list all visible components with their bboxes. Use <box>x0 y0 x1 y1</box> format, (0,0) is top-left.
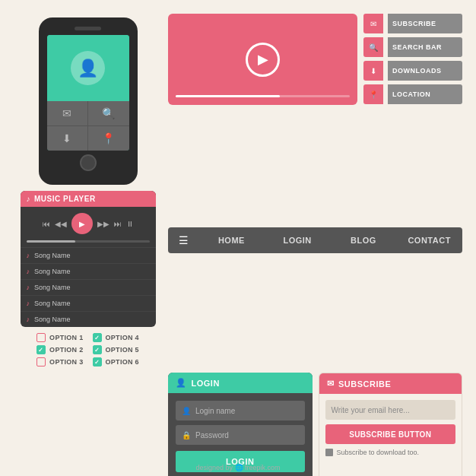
pause-button[interactable]: ⏸ <box>126 220 134 228</box>
option-5-label: OPTION 5 <box>106 346 139 354</box>
list-item[interactable]: ♪ Song Name <box>21 311 156 327</box>
phone-icon-location[interactable]: 📍 <box>88 126 129 151</box>
mail-icon: ✉ <box>327 379 335 389</box>
song-list: ♪ Song Name ♪ Song Name ♪ Song Name ♪ So… <box>21 247 156 327</box>
downloads-button[interactable]: ⬇ DOWNLOADS <box>363 61 462 81</box>
option-5[interactable]: ✓ OPTION 5 <box>93 345 139 354</box>
subscribe-button[interactable]: SUBSCRIBE BUTTON <box>325 424 456 444</box>
video-play-button[interactable]: ▶ <box>246 43 280 77</box>
subscribe-header-label: SUBSCRIBE <box>338 379 391 389</box>
bottom-panels: 👤 LOGIN 👤 Login name 🔒 Password LOGIN Re… <box>168 373 462 476</box>
search-icon: 🔍 <box>363 37 383 57</box>
subscribe-button[interactable]: ✉ SUBSCRIBE <box>363 14 462 33</box>
password-placeholder: Password <box>195 431 229 440</box>
option-1[interactable]: OPTION 1 <box>36 333 83 342</box>
nav-login[interactable]: LOGIN <box>265 236 331 245</box>
phone-icon-mail[interactable]: ✉ <box>47 101 88 125</box>
checkbox-option-3[interactable] <box>36 357 46 367</box>
rewind-button[interactable]: ◀◀ <box>55 220 67 228</box>
user-icon: 👤 <box>176 378 187 388</box>
nav-contact[interactable]: CONTACT <box>396 236 462 245</box>
song-icon: ♪ <box>27 316 30 323</box>
music-progress-fill <box>27 240 76 243</box>
phone-screen: 👤 ✉ 🔍 ⬇ 📍 <box>47 35 129 151</box>
list-item[interactable]: ♪ Song Name <box>21 279 156 295</box>
options-grid: OPTION 1 ✓ OPTION 4 ✓ OPTION 2 ✓ OPTION … <box>36 333 139 367</box>
login-panel-header: 👤 LOGIN <box>168 373 313 393</box>
list-item[interactable]: ♪ Song Name <box>21 295 156 311</box>
login-password-field[interactable]: 🔒 Password <box>176 425 305 445</box>
option-4-label: OPTION 4 <box>106 334 139 341</box>
username-placeholder: Login name <box>195 407 235 415</box>
phone-mockup: 👤 ✉ 🔍 ⬇ 📍 <box>39 17 138 185</box>
song-icon: ♪ <box>27 252 30 259</box>
video-progress-bar[interactable] <box>176 95 350 97</box>
hamburger-menu-icon[interactable]: ☰ <box>168 234 198 246</box>
option-2[interactable]: ✓ OPTION 2 <box>36 345 83 354</box>
login-username-field[interactable]: 👤 Login name <box>176 401 305 420</box>
email-placeholder: Write your email here... <box>332 406 410 414</box>
right-top-section: ▶ ✉ SUBSCRIBE 🔍 SEARCH BAR ⬇ DOWNLOADS 📍… <box>168 14 462 218</box>
option-2-label: OPTION 2 <box>49 346 83 354</box>
music-progress-bar[interactable] <box>27 240 150 243</box>
checkbox-option-2[interactable]: ✓ <box>36 345 46 354</box>
fast-forward-button[interactable]: ▶▶ <box>97 220 109 228</box>
checkbox-option-1[interactable] <box>36 333 46 342</box>
play-button[interactable]: ▶ <box>71 213 93 234</box>
phone-section: 👤 ✉ 🔍 ⬇ 📍 ♪ MUSIC PLAYER ⏮ ◀◀ ▶ <box>14 14 162 367</box>
music-player: ♪ MUSIC PLAYER ⏮ ◀◀ ▶ ▶▶ ⏭ ⏸ ♪ Song Name <box>21 191 156 327</box>
subscribe-label: SUBSCRIBE <box>388 14 462 33</box>
search-bar-label: SEARCH BAR <box>388 37 462 57</box>
song-name: Song Name <box>34 268 71 275</box>
sidebar-buttons: ✉ SUBSCRIBE 🔍 SEARCH BAR ⬇ DOWNLOADS 📍 L… <box>363 14 462 218</box>
checkbox-option-4[interactable]: ✓ <box>93 333 102 342</box>
phone-icon-search[interactable]: 🔍 <box>88 101 129 125</box>
search-bar-button[interactable]: 🔍 SEARCH BAR <box>363 37 462 57</box>
phone-icon-download[interactable]: ⬇ <box>47 126 88 151</box>
phone-icons-grid: ✉ 🔍 ⬇ 📍 <box>47 101 129 151</box>
list-item[interactable]: ♪ Song Name <box>21 263 156 279</box>
option-6[interactable]: ✓ OPTION 6 <box>93 357 139 367</box>
email-input-field[interactable]: Write your email here... <box>325 400 456 420</box>
song-icon: ♪ <box>27 284 30 291</box>
checkbox-option-6[interactable]: ✓ <box>93 357 102 367</box>
location-icon: 📍 <box>363 84 383 104</box>
checkbox-option-5[interactable]: ✓ <box>93 345 102 354</box>
song-icon: ♪ <box>27 300 30 307</box>
subscribe-panel: ✉ SUBSCRIBE Write your email here... SUB… <box>319 373 463 476</box>
subscribe-download-box[interactable] <box>325 449 333 456</box>
song-name: Song Name <box>34 300 71 307</box>
option-3[interactable]: OPTION 3 <box>36 357 83 367</box>
option-3-label: OPTION 3 <box>49 358 83 366</box>
nav-home[interactable]: HOME <box>198 236 265 245</box>
music-controls: ⏮ ◀◀ ▶ ▶▶ ⏭ ⏸ <box>21 207 156 240</box>
login-header-label: LOGIN <box>192 379 220 388</box>
username-icon: 👤 <box>182 407 191 415</box>
location-button[interactable]: 📍 LOCATION <box>363 84 462 104</box>
download-icon: ⬇ <box>363 61 383 81</box>
option-4[interactable]: ✓ OPTION 4 <box>93 333 139 342</box>
phone-avatar-area: 👤 <box>47 35 129 101</box>
subscribe-download-label: Subscribe to download too. <box>337 449 420 456</box>
skip-forward-button[interactable]: ⏭ <box>114 220 122 228</box>
song-name: Song Name <box>34 316 71 323</box>
option-1-label: OPTION 1 <box>49 334 83 341</box>
skip-back-button[interactable]: ⏮ <box>43 220 50 228</box>
subscribe-download-checkbox[interactable]: Subscribe to download too. <box>325 449 456 456</box>
video-progress-fill <box>176 95 280 97</box>
video-player[interactable]: ▶ <box>168 14 357 105</box>
downloads-label: DOWNLOADS <box>388 61 462 81</box>
music-note-icon: ♪ <box>27 195 31 203</box>
list-item[interactable]: ♪ Song Name <box>21 247 156 263</box>
login-panel: 👤 LOGIN 👤 Login name 🔒 Password LOGIN Re… <box>168 373 313 476</box>
song-icon: ♪ <box>27 268 30 275</box>
music-player-title: MUSIC PLAYER <box>34 195 96 203</box>
nav-blog[interactable]: BLOG <box>331 236 397 245</box>
option-6-label: OPTION 6 <box>106 358 139 366</box>
mail-icon: ✉ <box>363 14 383 33</box>
song-name: Song Name <box>34 252 71 259</box>
lock-icon: 🔒 <box>182 431 191 440</box>
navigation-bar: ☰ HOME LOGIN BLOG CONTACT <box>168 227 462 253</box>
phone-home-button[interactable] <box>80 154 97 171</box>
music-player-header: ♪ MUSIC PLAYER <box>21 191 156 207</box>
